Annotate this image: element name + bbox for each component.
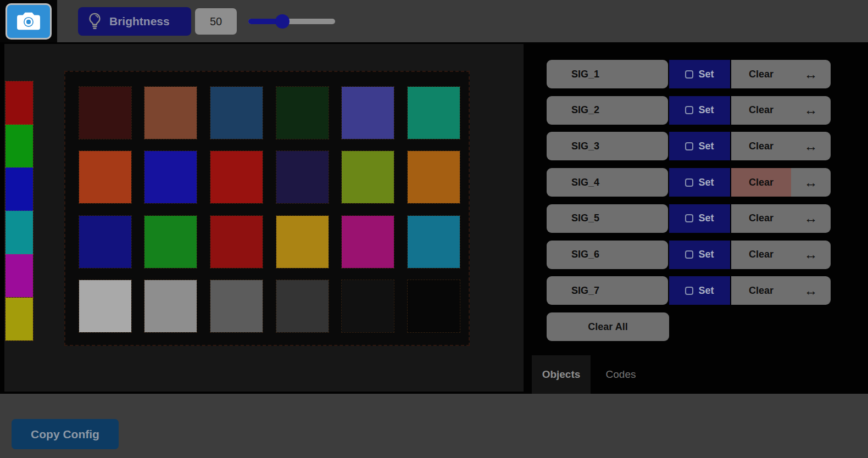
checker-color-patch: [210, 280, 263, 332]
set-label: Set: [698, 177, 714, 188]
signal-set-button[interactable]: Set: [669, 204, 730, 233]
set-label: Set: [698, 69, 714, 80]
slider-thumb[interactable]: [275, 14, 290, 29]
swap-arrow-icon[interactable]: ↔: [791, 276, 831, 305]
reference-color-strip: [5, 81, 33, 340]
signal-clear-button[interactable]: Clear: [731, 276, 791, 305]
signal-name-button[interactable]: SIG_6: [547, 241, 668, 269]
strip-color-swatch: [5, 298, 33, 341]
toolbar: Brightness 50: [0, 0, 868, 42]
strip-color-swatch: [5, 211, 33, 254]
camera-feed-view[interactable]: [4, 44, 524, 392]
checker-color-patch: [276, 87, 329, 139]
checkbox-icon[interactable]: [685, 250, 693, 259]
camera-icon: [16, 10, 41, 32]
signal-set-button[interactable]: Set: [669, 241, 730, 269]
signal-name-button[interactable]: SIG_7: [547, 276, 668, 305]
checker-color-patch: [342, 216, 394, 268]
checkbox-icon[interactable]: [685, 178, 693, 187]
signal-set-button[interactable]: Set: [669, 60, 730, 88]
signal-name-button[interactable]: SIG_5: [547, 204, 668, 233]
signal-name-button[interactable]: SIG_3: [547, 132, 668, 160]
checkbox-icon[interactable]: [685, 214, 693, 222]
checker-color-patch: [342, 280, 394, 332]
checker-color-patch: [342, 87, 394, 139]
set-label: Set: [698, 104, 714, 116]
swap-arrow-icon[interactable]: ↔: [791, 60, 831, 88]
set-label: Set: [698, 249, 714, 260]
signal-set-button[interactable]: Set: [669, 276, 730, 305]
tab-objects[interactable]: Objects: [532, 355, 591, 394]
checkbox-icon[interactable]: [685, 106, 693, 114]
brightness-button[interactable]: Brightness: [78, 7, 191, 36]
lightbulb-icon: [88, 13, 102, 30]
signal-clear-button[interactable]: Clear: [731, 132, 791, 160]
checker-color-patch: [144, 216, 197, 268]
set-label: Set: [698, 285, 714, 297]
brightness-label: Brightness: [109, 15, 170, 28]
checker-color-patch: [408, 216, 460, 268]
strip-color-swatch: [5, 167, 33, 211]
clear-all-button[interactable]: Clear All: [547, 312, 669, 341]
main-stage: Clear All Objects Codes SIG_1SetClear↔SI…: [0, 42, 868, 394]
signals-panel: Clear All Objects Codes SIG_1SetClear↔SI…: [525, 42, 868, 394]
signal-set-button[interactable]: Set: [669, 168, 730, 197]
set-label: Set: [698, 213, 714, 224]
swap-arrow-icon[interactable]: ↔: [791, 241, 831, 269]
checker-color-patch: [408, 151, 460, 203]
checker-color-patch: [210, 216, 263, 268]
swap-arrow-icon[interactable]: ↔: [791, 168, 831, 197]
signal-name-button[interactable]: SIG_4: [547, 168, 668, 197]
set-label: Set: [698, 141, 714, 152]
signal-row: SIG_2SetClear↔: [547, 96, 831, 125]
checker-color-patch: [276, 280, 329, 332]
checkbox-icon[interactable]: [685, 287, 693, 295]
swap-arrow-icon[interactable]: ↔: [791, 96, 831, 125]
signal-row: SIG_5SetClear↔: [547, 204, 831, 233]
camera-button[interactable]: [5, 3, 52, 40]
checker-color-patch: [210, 87, 263, 139]
checker-color-patch: [79, 151, 131, 203]
signal-clear-button[interactable]: Clear: [731, 204, 791, 233]
signal-clear-button[interactable]: Clear: [731, 241, 791, 269]
strip-color-swatch: [5, 81, 33, 125]
strip-color-swatch: [5, 254, 33, 298]
checker-color-patch: [408, 87, 460, 139]
app-window: Brightness 50 Clear All Objects Codes SI…: [0, 0, 868, 458]
signal-clear-button[interactable]: Clear: [731, 60, 791, 88]
checker-color-patch: [79, 280, 131, 332]
swap-arrow-icon[interactable]: ↔: [791, 204, 831, 233]
tab-bar: Objects Codes: [525, 355, 868, 394]
signal-row: SIG_3SetClear↔: [547, 132, 831, 160]
brightness-slider[interactable]: [248, 14, 335, 29]
checkbox-icon[interactable]: [685, 142, 693, 150]
signal-clear-button[interactable]: Clear: [731, 168, 791, 197]
checkbox-icon[interactable]: [685, 70, 693, 79]
tab-codes[interactable]: Codes: [591, 355, 651, 394]
camera-button-highlight-pad: [0, 0, 57, 42]
signal-set-button[interactable]: Set: [669, 96, 730, 125]
swap-arrow-icon[interactable]: ↔: [791, 132, 831, 160]
checker-color-patch: [144, 280, 197, 332]
strip-color-swatch: [5, 125, 33, 168]
checker-color-patch: [79, 87, 131, 139]
signal-clear-button[interactable]: Clear: [731, 96, 791, 125]
signal-set-button[interactable]: Set: [669, 132, 730, 160]
color-checker-chart: [64, 71, 470, 346]
brightness-value-field[interactable]: 50: [195, 8, 237, 35]
checker-color-patch: [342, 151, 394, 203]
signal-name-button[interactable]: SIG_2: [547, 96, 668, 125]
copy-config-button[interactable]: Copy Config: [12, 419, 119, 449]
checker-color-patch: [408, 280, 460, 332]
signal-row: SIG_1SetClear↔: [547, 60, 831, 88]
signal-row: SIG_7SetClear↔: [547, 276, 831, 305]
signal-row: SIG_4SetClear↔: [547, 168, 831, 197]
footer-bar: Copy Config: [0, 394, 868, 458]
checker-color-patch: [144, 87, 197, 139]
checker-color-patch: [144, 151, 197, 203]
signal-name-button[interactable]: SIG_1: [547, 60, 668, 88]
checker-color-patch: [276, 216, 329, 268]
checker-color-patch: [79, 216, 131, 268]
signal-row: SIG_6SetClear↔: [547, 241, 831, 269]
checker-color-patch: [276, 151, 329, 203]
